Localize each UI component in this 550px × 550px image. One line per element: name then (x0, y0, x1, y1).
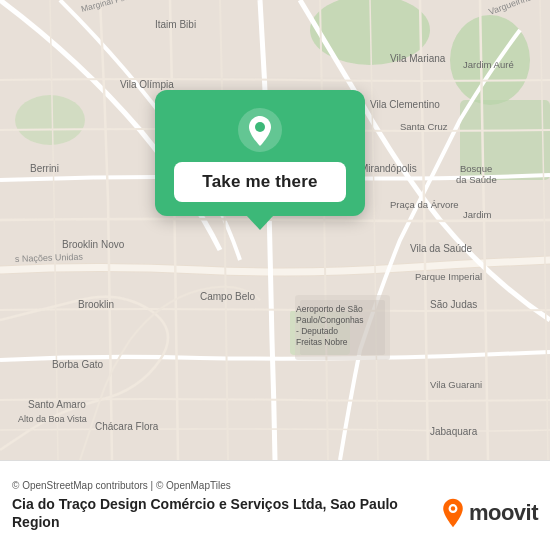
svg-text:Freitas Nobre: Freitas Nobre (296, 337, 348, 347)
moovit-pin-icon (439, 497, 467, 529)
svg-text:da Saúde: da Saúde (456, 174, 497, 185)
moovit-brand-text: moovit (469, 500, 538, 526)
svg-text:Brooklin: Brooklin (78, 299, 114, 310)
svg-text:- Deputado: - Deputado (296, 326, 338, 336)
bottom-bar: © OpenStreetMap contributors | © OpenMap… (0, 460, 550, 550)
attribution-text: © OpenStreetMap contributors | © OpenMap… (12, 480, 538, 491)
popup-card: Take me there (155, 90, 365, 216)
svg-text:Berrini: Berrini (30, 163, 59, 174)
svg-text:Itaim Bibi: Itaim Bibi (155, 19, 196, 30)
location-pin-icon (238, 108, 282, 152)
svg-text:Brooklin Novo: Brooklin Novo (62, 239, 125, 250)
svg-point-4 (15, 95, 85, 145)
place-name: Cia do Traço Design Comércio e Serviços … (12, 495, 429, 531)
svg-text:Chácara Flora: Chácara Flora (95, 421, 159, 432)
svg-text:Vila Guarani: Vila Guarani (430, 379, 482, 390)
moovit-logo: moovit (439, 497, 538, 529)
svg-text:Santo Amaro: Santo Amaro (28, 399, 86, 410)
svg-text:Aeroporto de São: Aeroporto de São (296, 304, 363, 314)
svg-text:Mirandópolis: Mirandópolis (360, 163, 417, 174)
svg-text:Vila Olímpia: Vila Olímpia (120, 79, 174, 90)
svg-text:Jabaquara: Jabaquara (430, 426, 478, 437)
svg-text:Bosque: Bosque (460, 163, 492, 174)
svg-text:Paulo/Congonhas: Paulo/Congonhas (296, 315, 364, 325)
bottom-content: Cia do Traço Design Comércio e Serviços … (12, 495, 538, 531)
svg-text:Campo Belo: Campo Belo (200, 291, 255, 302)
svg-text:São Judas: São Judas (430, 299, 477, 310)
svg-text:Jardim: Jardim (463, 209, 492, 220)
map-container[interactable]: Itaim Bibi Vila Olímpia Vila Mariana Vil… (0, 0, 550, 460)
svg-text:Vila Mariana: Vila Mariana (390, 53, 446, 64)
take-me-there-button[interactable]: Take me there (174, 162, 345, 202)
svg-text:Santa Cruz: Santa Cruz (400, 121, 448, 132)
svg-text:Borba Gato: Borba Gato (52, 359, 104, 370)
svg-point-42 (451, 506, 455, 510)
svg-text:Parque Imperial: Parque Imperial (415, 271, 482, 282)
svg-text:Alto da Boa Vista: Alto da Boa Vista (18, 414, 87, 424)
svg-text:Vila da Saúde: Vila da Saúde (410, 243, 473, 254)
svg-text:Praça da Árvore: Praça da Árvore (390, 199, 459, 210)
svg-text:Jardim Auré: Jardim Auré (463, 59, 514, 70)
svg-text:Vila Clementino: Vila Clementino (370, 99, 440, 110)
svg-point-40 (255, 122, 265, 132)
